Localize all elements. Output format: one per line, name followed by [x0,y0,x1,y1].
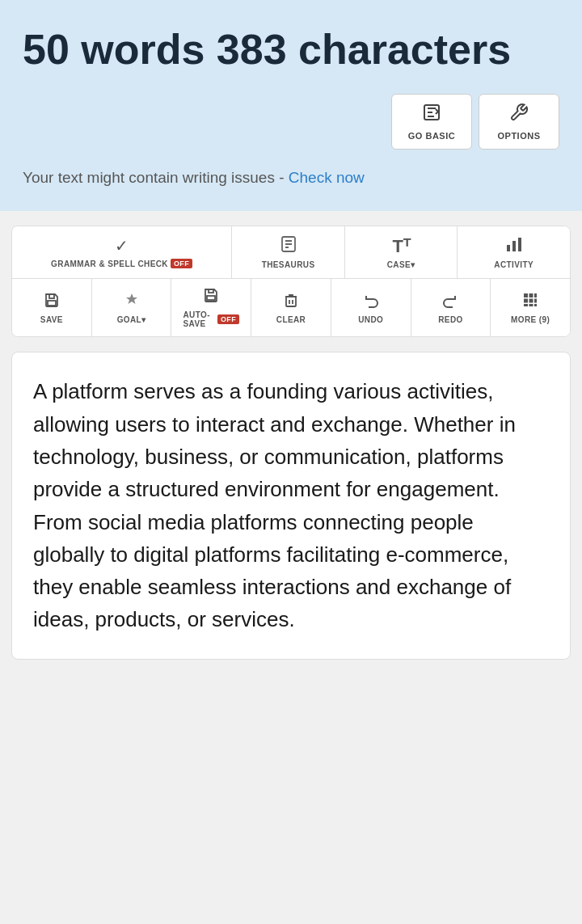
undo-icon [363,292,379,312]
toolbar-row1: ✓ GRAMMAR & SPELL CHECK OFF THESAURUS Tᵀ… [12,226,570,279]
goal-label: GOAL▾ [117,315,146,324]
svg-rect-10 [209,289,213,293]
stats-title: 50 words 383 characters [23,26,559,74]
thesaurus-label: THESAURUS [262,260,315,269]
activity-button[interactable]: ACTIVITY [458,226,570,278]
undo-label: UNDO [358,315,383,324]
auto-save-off-badge: OFF [217,314,239,324]
auto-save-label: AUTO-SAVE OFF [183,310,239,328]
save-button[interactable]: SAVE [12,279,92,336]
save-icon [44,292,60,312]
case-icon: Tᵀ [392,236,409,257]
grammar-off-badge: OFF [171,259,192,268]
svg-rect-19 [529,298,534,302]
thesaurus-button[interactable]: THESAURUS [232,226,345,278]
options-button[interactable]: OPTIONS [479,94,559,150]
svg-rect-8 [49,294,54,298]
svg-rect-5 [507,245,510,251]
activity-icon [505,235,523,257]
auto-save-icon [203,287,219,307]
options-label: OPTIONS [497,131,540,141]
undo-button[interactable]: UNDO [331,279,411,336]
svg-rect-15 [524,293,528,297]
case-button[interactable]: Tᵀ CASE▾ [345,226,458,278]
svg-rect-17 [534,293,537,297]
goal-button[interactable]: GOAL▾ [92,279,172,336]
writing-issues: Your text might contain writing issues -… [23,167,559,189]
more-label: MORE (9) [511,315,550,324]
check-now-link[interactable]: Check now [289,169,365,186]
options-icon [509,103,529,127]
stats-buttons: GO BASIC OPTIONS [23,94,559,150]
svg-rect-11 [207,296,215,300]
svg-rect-9 [48,301,56,306]
svg-rect-21 [524,304,528,306]
clear-label: CLEAR [276,315,306,324]
go-basic-button[interactable]: GO BASIC [391,94,472,150]
svg-rect-18 [524,298,528,302]
svg-rect-12 [286,297,296,306]
writing-issues-prefix: Your text might contain writing issues - [23,169,289,186]
more-button[interactable]: MORE (9) [491,279,570,336]
grammar-spell-button[interactable]: ✓ GRAMMAR & SPELL CHECK OFF [12,226,232,278]
toolbar-row2: SAVE GOAL▾ AUTO-SAVE OFF [12,279,570,336]
redo-button[interactable]: REDO [411,279,491,336]
svg-rect-20 [534,298,537,302]
svg-rect-16 [529,293,534,297]
redo-icon [442,292,458,312]
go-basic-icon [422,103,441,127]
activity-label: ACTIVITY [494,260,534,269]
go-basic-label: GO BASIC [408,131,455,141]
grammar-spell-label: GRAMMAR & SPELL CHECK OFF [51,259,192,268]
stats-header: 50 words 383 characters GO BASIC OPTIONS… [0,0,582,211]
case-label: CASE▾ [387,260,415,269]
save-label: SAVE [40,315,63,324]
text-content: A platform serves as a founding various … [33,375,549,635]
clear-icon [283,292,299,312]
toolbar: ✓ GRAMMAR & SPELL CHECK OFF THESAURUS Tᵀ… [11,226,571,337]
grammar-check-icon: ✓ [115,236,129,255]
thesaurus-icon [280,235,297,257]
more-icon [522,292,538,312]
svg-rect-23 [534,304,537,306]
auto-save-button[interactable]: AUTO-SAVE OFF [171,279,251,336]
svg-rect-22 [529,304,534,306]
clear-button[interactable]: CLEAR [251,279,331,336]
text-content-area[interactable]: A platform serves as a founding various … [11,352,571,659]
redo-label: REDO [438,315,463,324]
goal-icon [124,292,140,312]
svg-rect-7 [518,238,521,251]
svg-rect-6 [512,241,516,251]
